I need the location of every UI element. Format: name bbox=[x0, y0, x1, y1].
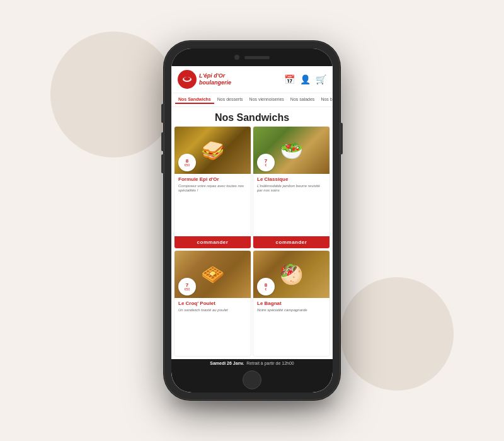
price-badge-formule: 8 €50 bbox=[178, 154, 196, 171]
nav-item-boissons[interactable]: Nos boissons bbox=[318, 96, 333, 104]
header-icons: 📅 👤 🛒 bbox=[284, 74, 326, 84]
home-button[interactable] bbox=[243, 370, 261, 389]
product-name-classique: Le Classique bbox=[257, 176, 326, 183]
nav-item-sandwichs[interactable]: Nos Sandwichs bbox=[175, 96, 214, 104]
status-date: Samedi 26 Janv. bbox=[210, 361, 244, 365]
price-badge-classique: 7 € bbox=[257, 154, 275, 171]
product-name-croq: Le Croq' Poulet bbox=[178, 301, 247, 307]
commander-button-formule[interactable]: Commander bbox=[175, 236, 251, 248]
logo-name: L'épi d'Or bbox=[199, 72, 225, 79]
calendar-icon[interactable]: 📅 bbox=[284, 74, 295, 84]
product-card-classique: 🥗 7 € Le Classique L'indémodable jambon … bbox=[253, 126, 330, 249]
product-image-bagnat: 🥙 8 € bbox=[253, 251, 329, 298]
price-sup-classique: € bbox=[265, 164, 267, 167]
price-sup-bagnat: € bbox=[265, 288, 267, 291]
product-desc-croq: Un sandwich toasté au poulet bbox=[178, 308, 247, 353]
app-status-bar: Samedi 26 Janv. Retrait à partir de 12h0… bbox=[171, 359, 333, 367]
bg-decoration-2 bbox=[340, 277, 454, 391]
product-card-bagnat: 🥙 8 € Le Bagnat Notre spécialité campagn… bbox=[253, 250, 330, 357]
product-image-formule: 🥪 8 €50 bbox=[175, 127, 251, 174]
nav-item-desserts[interactable]: Nos desserts bbox=[214, 96, 246, 104]
camera-dot bbox=[234, 55, 239, 60]
svg-point-1 bbox=[184, 77, 190, 81]
price-sup-formule: €50 bbox=[185, 164, 190, 167]
logo-text: L'épi d'Or boulangerie bbox=[199, 72, 231, 86]
product-image-croq: 🧇 7 €50 bbox=[175, 251, 251, 298]
phone-bottom-bar bbox=[171, 367, 333, 392]
products-grid: 🥪 8 €50 Formule Epi d'Or Composez votre … bbox=[171, 126, 333, 359]
app-content: L'épi d'Or boulangerie 📅 👤 🛒 Nos Sandwic… bbox=[171, 66, 333, 367]
phone-top-bar bbox=[171, 49, 333, 66]
app-nav: Nos Sandwichs Nos desserts Nos viennoise… bbox=[171, 93, 333, 107]
product-name-bagnat: Le Bagnat bbox=[257, 301, 326, 307]
phone-screen: L'épi d'Or boulangerie 📅 👤 🛒 Nos Sandwic… bbox=[171, 49, 333, 392]
product-card-formule: 🥪 8 €50 Formule Epi d'Or Composez votre … bbox=[174, 126, 251, 249]
price-sup-croq: €50 bbox=[185, 288, 190, 291]
product-info-croq: Le Croq' Poulet Un sandwich toasté au po… bbox=[175, 298, 251, 356]
product-image-classique: 🥗 7 € bbox=[253, 127, 329, 174]
product-info-classique: Le Classique L'indémodable jambon beurre… bbox=[253, 174, 329, 236]
product-desc-bagnat: Notre spécialité campagnarde bbox=[257, 308, 326, 353]
app-header: L'épi d'Or boulangerie 📅 👤 🛒 bbox=[171, 66, 333, 93]
phone-device: L'épi d'Or boulangerie 📅 👤 🛒 Nos Sandwic… bbox=[164, 41, 340, 400]
speaker-grille bbox=[244, 56, 270, 59]
user-icon[interactable]: 👤 bbox=[300, 74, 311, 84]
logo-area: L'épi d'Or boulangerie bbox=[178, 70, 231, 89]
product-desc-formule: Composez votre repas avec toutes nos spé… bbox=[178, 184, 247, 234]
phone-shadow bbox=[170, 391, 334, 410]
product-name-formule: Formule Epi d'Or bbox=[178, 176, 247, 183]
bg-decoration-1 bbox=[50, 32, 176, 158]
page-title: Nos Sandwichs bbox=[171, 107, 333, 126]
product-desc-classique: L'indémodable jambon beurre revisité par… bbox=[257, 184, 326, 234]
product-info-formule: Formule Epi d'Or Composez votre repas av… bbox=[175, 174, 251, 236]
commander-button-classique[interactable]: Commander bbox=[253, 236, 329, 248]
logo-subtitle: boulangerie bbox=[199, 79, 231, 86]
cart-icon[interactable]: 🛒 bbox=[316, 74, 326, 84]
status-info: Retrait à partir de 12h00 bbox=[246, 361, 294, 365]
logo-circle bbox=[178, 70, 197, 89]
product-info-bagnat: Le Bagnat Notre spécialité campagnarde bbox=[253, 298, 329, 356]
nav-item-viennoiseries[interactable]: Nos viennoiseries bbox=[246, 96, 287, 104]
product-card-croq: 🧇 7 €50 Le Croq' Poulet Un sandwich toas… bbox=[174, 250, 251, 357]
nav-item-salades[interactable]: Nos salades bbox=[287, 96, 318, 104]
